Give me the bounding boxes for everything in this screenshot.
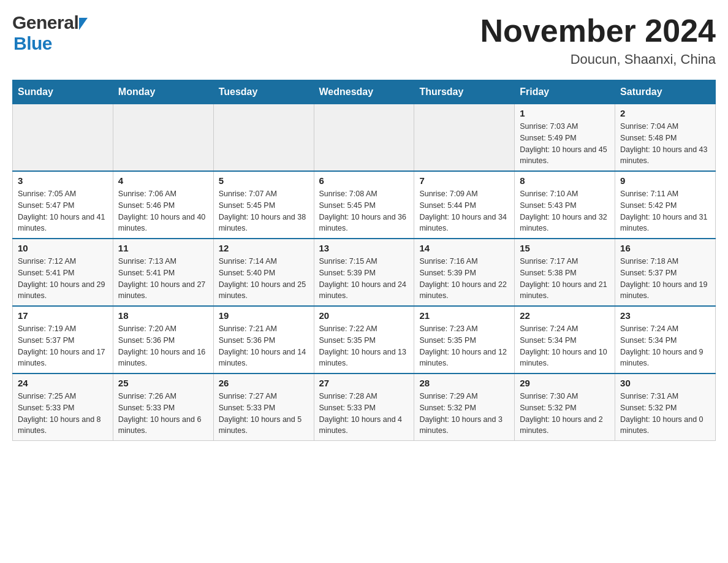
day-info: Sunrise: 7:07 AMSunset: 5:45 PMDaylight:… bbox=[219, 188, 309, 234]
day-info: Sunrise: 7:19 AMSunset: 5:37 PMDaylight:… bbox=[18, 323, 108, 369]
day-number: 27 bbox=[319, 378, 409, 388]
calendar-cell: 23Sunrise: 7:24 AMSunset: 5:34 PMDayligh… bbox=[615, 306, 716, 373]
day-number: 2 bbox=[620, 108, 710, 118]
day-number: 23 bbox=[620, 310, 710, 321]
day-info: Sunrise: 7:06 AMSunset: 5:46 PMDaylight:… bbox=[118, 188, 208, 234]
day-of-week-header: Sunday bbox=[13, 80, 113, 104]
calendar-cell bbox=[13, 104, 113, 172]
calendar-week-row: 17Sunrise: 7:19 AMSunset: 5:37 PMDayligh… bbox=[13, 306, 716, 373]
day-number: 6 bbox=[319, 175, 409, 186]
calendar-week-row: 1Sunrise: 7:03 AMSunset: 5:49 PMDaylight… bbox=[13, 104, 716, 172]
day-number: 1 bbox=[520, 108, 610, 118]
day-info: Sunrise: 7:09 AMSunset: 5:44 PMDaylight:… bbox=[419, 188, 509, 234]
title-block: November 2024 Doucun, Shaanxi, China bbox=[480, 12, 716, 67]
logo: General Blue bbox=[12, 12, 88, 54]
day-number: 8 bbox=[520, 175, 610, 186]
day-info: Sunrise: 7:14 AMSunset: 5:40 PMDaylight:… bbox=[219, 256, 309, 302]
calendar-cell: 30Sunrise: 7:31 AMSunset: 5:32 PMDayligh… bbox=[615, 373, 716, 441]
day-info: Sunrise: 7:15 AMSunset: 5:39 PMDaylight:… bbox=[319, 256, 409, 302]
calendar-cell: 5Sunrise: 7:07 AMSunset: 5:45 PMDaylight… bbox=[213, 171, 314, 239]
day-number: 7 bbox=[419, 175, 509, 186]
day-number: 12 bbox=[219, 243, 309, 253]
day-info: Sunrise: 7:31 AMSunset: 5:32 PMDaylight:… bbox=[620, 391, 710, 437]
calendar-cell: 22Sunrise: 7:24 AMSunset: 5:34 PMDayligh… bbox=[515, 306, 615, 373]
day-info: Sunrise: 7:23 AMSunset: 5:35 PMDaylight:… bbox=[419, 323, 509, 369]
calendar-cell: 24Sunrise: 7:25 AMSunset: 5:33 PMDayligh… bbox=[13, 373, 113, 441]
calendar-cell: 15Sunrise: 7:17 AMSunset: 5:38 PMDayligh… bbox=[515, 239, 615, 306]
day-number: 24 bbox=[18, 378, 108, 388]
calendar-cell: 11Sunrise: 7:13 AMSunset: 5:41 PMDayligh… bbox=[113, 239, 213, 306]
day-info: Sunrise: 7:30 AMSunset: 5:32 PMDaylight:… bbox=[520, 391, 610, 437]
day-of-week-header: Thursday bbox=[414, 80, 515, 104]
day-of-week-header: Monday bbox=[113, 80, 213, 104]
calendar-cell bbox=[314, 104, 414, 172]
calendar-cell: 14Sunrise: 7:16 AMSunset: 5:39 PMDayligh… bbox=[414, 239, 515, 306]
day-of-week-header: Friday bbox=[515, 80, 615, 104]
calendar-cell: 26Sunrise: 7:27 AMSunset: 5:33 PMDayligh… bbox=[213, 373, 314, 441]
day-of-week-header: Wednesday bbox=[314, 80, 414, 104]
day-number: 28 bbox=[419, 378, 509, 388]
day-number: 3 bbox=[18, 175, 108, 186]
day-info: Sunrise: 7:25 AMSunset: 5:33 PMDaylight:… bbox=[18, 391, 108, 437]
day-info: Sunrise: 7:08 AMSunset: 5:45 PMDaylight:… bbox=[319, 188, 409, 234]
calendar-cell: 19Sunrise: 7:21 AMSunset: 5:36 PMDayligh… bbox=[213, 306, 314, 373]
day-number: 11 bbox=[118, 243, 208, 253]
day-number: 19 bbox=[219, 310, 309, 321]
day-number: 21 bbox=[419, 310, 509, 321]
calendar-cell bbox=[113, 104, 213, 172]
day-number: 18 bbox=[118, 310, 208, 321]
day-info: Sunrise: 7:21 AMSunset: 5:36 PMDaylight:… bbox=[219, 323, 309, 369]
calendar-cell: 18Sunrise: 7:20 AMSunset: 5:36 PMDayligh… bbox=[113, 306, 213, 373]
calendar-week-row: 3Sunrise: 7:05 AMSunset: 5:47 PMDaylight… bbox=[13, 171, 716, 239]
day-info: Sunrise: 7:17 AMSunset: 5:38 PMDaylight:… bbox=[520, 256, 610, 302]
day-number: 26 bbox=[219, 378, 309, 388]
day-info: Sunrise: 7:18 AMSunset: 5:37 PMDaylight:… bbox=[620, 256, 710, 302]
logo-blue-text: Blue bbox=[13, 33, 52, 53]
calendar-cell: 1Sunrise: 7:03 AMSunset: 5:49 PMDaylight… bbox=[515, 104, 615, 172]
day-number: 5 bbox=[219, 175, 309, 186]
day-info: Sunrise: 7:24 AMSunset: 5:34 PMDaylight:… bbox=[620, 323, 710, 369]
day-number: 15 bbox=[520, 243, 610, 253]
day-info: Sunrise: 7:26 AMSunset: 5:33 PMDaylight:… bbox=[118, 391, 208, 437]
logo-triangle-icon bbox=[79, 18, 88, 30]
calendar-week-row: 10Sunrise: 7:12 AMSunset: 5:41 PMDayligh… bbox=[13, 239, 716, 306]
day-of-week-header: Saturday bbox=[615, 80, 716, 104]
day-number: 20 bbox=[319, 310, 409, 321]
calendar-cell: 27Sunrise: 7:28 AMSunset: 5:33 PMDayligh… bbox=[314, 373, 414, 441]
calendar-cell: 6Sunrise: 7:08 AMSunset: 5:45 PMDaylight… bbox=[314, 171, 414, 239]
calendar-cell bbox=[414, 104, 515, 172]
day-number: 22 bbox=[520, 310, 610, 321]
day-info: Sunrise: 7:24 AMSunset: 5:34 PMDaylight:… bbox=[520, 323, 610, 369]
calendar-subtitle: Doucun, Shaanxi, China bbox=[480, 52, 716, 67]
day-info: Sunrise: 7:12 AMSunset: 5:41 PMDaylight:… bbox=[18, 256, 108, 302]
calendar-cell: 7Sunrise: 7:09 AMSunset: 5:44 PMDaylight… bbox=[414, 171, 515, 239]
day-number: 14 bbox=[419, 243, 509, 253]
day-info: Sunrise: 7:11 AMSunset: 5:42 PMDaylight:… bbox=[620, 188, 710, 234]
calendar-cell: 20Sunrise: 7:22 AMSunset: 5:35 PMDayligh… bbox=[314, 306, 414, 373]
day-number: 25 bbox=[118, 378, 208, 388]
calendar-cell: 16Sunrise: 7:18 AMSunset: 5:37 PMDayligh… bbox=[615, 239, 716, 306]
calendar-cell: 13Sunrise: 7:15 AMSunset: 5:39 PMDayligh… bbox=[314, 239, 414, 306]
logo-general-text: General bbox=[12, 12, 78, 33]
calendar-cell: 9Sunrise: 7:11 AMSunset: 5:42 PMDaylight… bbox=[615, 171, 716, 239]
day-info: Sunrise: 7:28 AMSunset: 5:33 PMDaylight:… bbox=[319, 391, 409, 437]
day-info: Sunrise: 7:03 AMSunset: 5:49 PMDaylight:… bbox=[520, 121, 610, 167]
calendar-cell: 29Sunrise: 7:30 AMSunset: 5:32 PMDayligh… bbox=[515, 373, 615, 441]
calendar-table: SundayMondayTuesdayWednesdayThursdayFrid… bbox=[12, 80, 716, 441]
day-number: 13 bbox=[319, 243, 409, 253]
day-of-week-header: Tuesday bbox=[213, 80, 314, 104]
calendar-cell: 21Sunrise: 7:23 AMSunset: 5:35 PMDayligh… bbox=[414, 306, 515, 373]
calendar-cell: 3Sunrise: 7:05 AMSunset: 5:47 PMDaylight… bbox=[13, 171, 113, 239]
calendar-cell: 12Sunrise: 7:14 AMSunset: 5:40 PMDayligh… bbox=[213, 239, 314, 306]
day-number: 29 bbox=[520, 378, 610, 388]
day-info: Sunrise: 7:10 AMSunset: 5:43 PMDaylight:… bbox=[520, 188, 610, 234]
day-info: Sunrise: 7:04 AMSunset: 5:48 PMDaylight:… bbox=[620, 121, 710, 167]
calendar-header-row: SundayMondayTuesdayWednesdayThursdayFrid… bbox=[13, 80, 716, 104]
day-info: Sunrise: 7:20 AMSunset: 5:36 PMDaylight:… bbox=[118, 323, 208, 369]
day-number: 30 bbox=[620, 378, 710, 388]
calendar-title: November 2024 bbox=[480, 12, 716, 49]
calendar-week-row: 24Sunrise: 7:25 AMSunset: 5:33 PMDayligh… bbox=[13, 373, 716, 441]
calendar-cell: 10Sunrise: 7:12 AMSunset: 5:41 PMDayligh… bbox=[13, 239, 113, 306]
day-number: 9 bbox=[620, 175, 710, 186]
day-info: Sunrise: 7:16 AMSunset: 5:39 PMDaylight:… bbox=[419, 256, 509, 302]
